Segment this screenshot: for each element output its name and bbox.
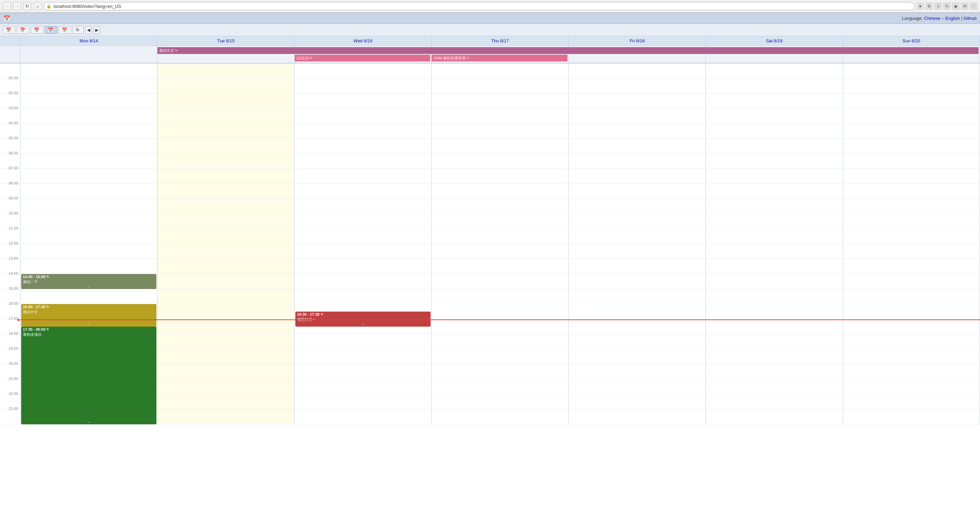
hour-cell-day1-08:00[interactable]: [158, 184, 294, 199]
lang-english[interactable]: English: [945, 16, 960, 21]
hour-cell-day4-02:00[interactable]: [569, 94, 705, 108]
allday-cell-mon[interactable]: [21, 46, 158, 63]
day-col-fri[interactable]: [569, 64, 706, 424]
day-button-1[interactable]: 📅: [17, 26, 29, 34]
hour-cell-day4-03:00[interactable]: [569, 108, 705, 124]
hour-cell-day5-02:00[interactable]: [706, 94, 842, 108]
hour-cell-day1-03:00[interactable]: [158, 108, 294, 124]
hour-cell-day5-13:00[interactable]: [706, 259, 842, 274]
hour-cell-day6-06:00[interactable]: [843, 154, 980, 169]
hour-cell-day5-20:00[interactable]: [706, 364, 842, 379]
day-col-sat[interactable]: [706, 64, 843, 424]
hour-cell-day1-17:00[interactable]: [158, 319, 294, 334]
day-header-fri[interactable]: Fri 8/18: [569, 36, 706, 45]
hour-cell-day1-09:00[interactable]: [158, 199, 294, 214]
hour-cell-day3-11:00[interactable]: [432, 229, 568, 244]
hour-cell-day4-11:00[interactable]: [569, 229, 705, 244]
day-header-wed[interactable]: Wed 8/16: [295, 36, 432, 45]
new-event-button[interactable]: 📅: [3, 26, 15, 34]
hour-cell-day3-06:00[interactable]: [432, 154, 568, 169]
hour-cell-day5-12:00[interactable]: [706, 244, 842, 259]
hour-cell-day6-00:00[interactable]: [843, 64, 980, 78]
hour-cell-day1-07:00[interactable]: [158, 169, 294, 184]
hour-cell-day6-15:00[interactable]: [843, 289, 980, 304]
hour-cell-day1-13:00[interactable]: [158, 259, 294, 274]
day-header-thu[interactable]: Thu 8/17: [432, 36, 568, 45]
day-button-2[interactable]: 📅: [31, 26, 43, 34]
hour-cell-day5-01:00[interactable]: [706, 78, 842, 94]
event-resize-0-14[interactable]: ═: [21, 285, 156, 288]
hour-cell-day6-07:00[interactable]: [843, 169, 980, 184]
ext-icon-1[interactable]: ★: [916, 2, 924, 10]
ext-icon-5[interactable]: ◉: [952, 2, 959, 10]
hour-cell-day3-02:00[interactable]: [432, 94, 568, 108]
hour-cell-day1-15:00[interactable]: [158, 289, 294, 304]
hour-cell-day6-11:00[interactable]: [843, 229, 980, 244]
hour-cell-day2-13:00[interactable]: [295, 259, 431, 274]
hour-cell-day4-08:00[interactable]: [569, 184, 705, 199]
hour-cell-day4-22:00[interactable]: [569, 394, 705, 409]
hour-cell-day5-11:00[interactable]: [706, 229, 842, 244]
hour-cell-day2-18:00[interactable]: [295, 334, 431, 349]
hour-cell-day1-19:00[interactable]: [158, 349, 294, 364]
hour-cell-day5-21:00[interactable]: [706, 379, 842, 394]
hour-cell-day5-16:00[interactable]: [706, 304, 842, 319]
hour-cell-day6-20:00[interactable]: [843, 364, 980, 379]
hour-cell-day0-04:00[interactable]: [21, 124, 157, 139]
hour-cell-day2-10:00[interactable]: [295, 214, 431, 229]
hour-cell-day4-12:00[interactable]: [569, 244, 705, 259]
event-0-17[interactable]: 17:30 - 00:00↻重构本项目═: [21, 327, 156, 424]
hour-cell-day6-09:00[interactable]: [843, 199, 980, 214]
hour-cell-day4-19:00[interactable]: [569, 349, 705, 364]
ext-icon-6[interactable]: ✉: [961, 2, 968, 10]
next-arrow[interactable]: ▶: [93, 26, 100, 34]
hour-cell-day0-00:00[interactable]: [21, 64, 157, 78]
day-header-mon[interactable]: Mon 8/14: [21, 36, 158, 45]
day-col-mon[interactable]: 14:00 - 15:00↻测试一下═16:00 - 17:30↻测试中文═17…: [21, 64, 158, 424]
hour-cell-day4-16:00[interactable]: [569, 304, 705, 319]
hour-cell-day1-14:00[interactable]: [158, 274, 294, 289]
hour-cell-day2-21:00[interactable]: [295, 379, 431, 394]
hour-cell-day6-08:00[interactable]: [843, 184, 980, 199]
hour-cell-day5-04:00[interactable]: [706, 124, 842, 139]
hour-cell-day6-03:00[interactable]: [843, 108, 980, 124]
forward-button[interactable]: →: [13, 2, 21, 10]
hour-cell-day6-14:00[interactable]: [843, 274, 980, 289]
hour-cell-day1-23:00[interactable]: [158, 409, 294, 424]
hour-cell-day2-11:00[interactable]: [295, 229, 431, 244]
day-header-tue[interactable]: Tue 8/15: [158, 36, 294, 45]
hour-cell-day4-04:00[interactable]: [569, 124, 705, 139]
hour-cell-day6-13:00[interactable]: [843, 259, 980, 274]
hour-cell-day5-05:00[interactable]: [706, 139, 842, 154]
hour-cell-day2-12:00[interactable]: [295, 244, 431, 259]
hour-cell-day0-09:00[interactable]: [21, 199, 157, 214]
hour-cell-day2-22:00[interactable]: [295, 394, 431, 409]
hour-cell-day6-10:00[interactable]: [843, 214, 980, 229]
hour-cell-day6-12:00[interactable]: [843, 244, 980, 259]
hour-cell-day1-21:00[interactable]: [158, 379, 294, 394]
hour-cell-day3-03:00[interactable]: [432, 108, 568, 124]
hour-cell-day4-05:00[interactable]: [569, 139, 705, 154]
hour-cell-day1-22:00[interactable]: [158, 394, 294, 409]
month-button[interactable]: 📅: [59, 26, 72, 34]
hour-cell-day0-12:00[interactable]: [21, 244, 157, 259]
event-2-16[interactable]: 16:30 - 17:30↻驾照科目一═: [295, 312, 431, 327]
hour-cell-day5-06:00[interactable]: [706, 154, 842, 169]
hour-cell-day5-15:00[interactable]: [706, 289, 842, 304]
hour-cell-day0-01:00[interactable]: [21, 78, 157, 94]
hour-cell-day5-14:00[interactable]: [706, 274, 842, 289]
hour-cell-day5-10:00[interactable]: [706, 214, 842, 229]
hour-cell-day0-05:00[interactable]: [21, 139, 157, 154]
hour-cell-day6-21:00[interactable]: [843, 379, 980, 394]
hour-cell-day1-00:00[interactable]: [158, 64, 294, 78]
hour-cell-day5-22:00[interactable]: [706, 394, 842, 409]
hour-cell-day3-10:00[interactable]: [432, 214, 568, 229]
hour-cell-day3-13:00[interactable]: [432, 259, 568, 274]
hour-cell-day4-17:00[interactable]: [569, 319, 705, 334]
hour-cell-day2-01:00[interactable]: [295, 78, 431, 94]
hour-cell-day1-05:00[interactable]: [158, 139, 294, 154]
hour-cell-day5-03:00[interactable]: [706, 108, 842, 124]
hour-cell-day3-01:00[interactable]: [432, 78, 568, 94]
hour-cell-day3-08:00[interactable]: [432, 184, 568, 199]
hour-cell-day3-14:00[interactable]: [432, 274, 568, 289]
